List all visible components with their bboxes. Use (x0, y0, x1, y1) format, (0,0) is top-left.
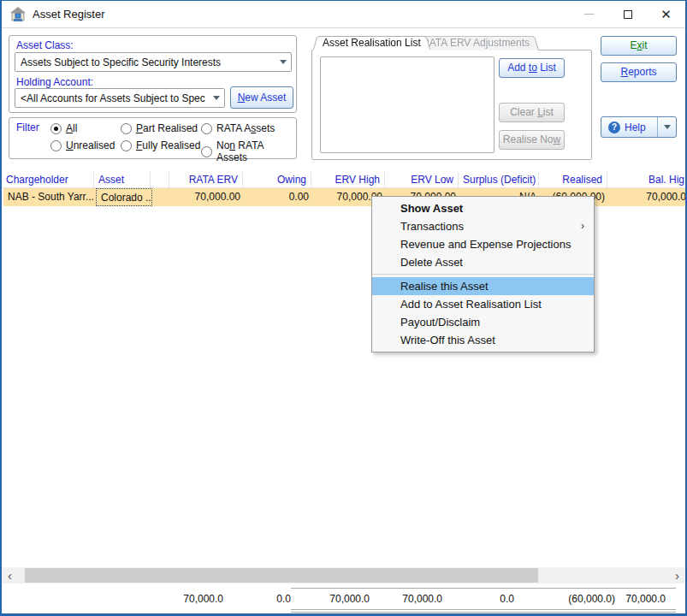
chevron-down-icon (275, 54, 290, 70)
horizontal-scrollbar[interactable]: ‹ › (2, 567, 685, 583)
col-erv-low[interactable]: ERV Low (385, 172, 459, 187)
totals-row: 70,000.0 0.0 70,000.0 70,000.0 0.0 (60,0… (2, 588, 687, 615)
menu-item-show-asset[interactable]: Show Asset (372, 199, 594, 217)
clear-list-button: Clear List (499, 103, 565, 122)
menu-item-revenue-expense-projections[interactable]: Revenue and Expense Projections (372, 235, 594, 253)
menu-item-transactions[interactable]: Transactions› (372, 217, 594, 235)
help-label: Help (625, 121, 646, 133)
col-erv-high[interactable]: ERV High (311, 172, 385, 187)
menu-separator (372, 274, 594, 275)
radio-part-realised[interactable]: Part Realised (121, 122, 198, 134)
titlebar: Asset Register ✕ (2, 1, 685, 28)
cell-rata-erv[interactable]: 70,000.00 (171, 188, 245, 206)
app-home-icon (10, 7, 26, 21)
maximize-icon (624, 10, 632, 19)
close-icon: ✕ (660, 8, 672, 21)
radio-fully-realised[interactable]: Fully Realised (121, 139, 200, 151)
filter-groupbox: Filter All Unrealised Part Realised Full… (9, 117, 297, 159)
radio-fully-realised-label: Fully Realised (136, 139, 200, 151)
asset-realisation-panel: Add to List Clear List Realise Now (311, 50, 592, 160)
radio-non-rata-assets-label: Non RATA Assets (216, 139, 296, 163)
asset-class-groupbox: Asset Class: Assets Subject to Specific … (9, 35, 297, 113)
col-surplus-deficit[interactable]: Surplus (Deficit) (459, 172, 539, 187)
menu-item-label: Transactions (400, 220, 464, 233)
grid-header: Chargeholder Asset RATA ERV Owing ERV Hi… (2, 172, 687, 188)
chevron-down-icon (209, 90, 223, 106)
asset-class-value: Assets Subject to Specific Security Inte… (21, 56, 272, 68)
cell-blank[interactable] (152, 188, 171, 206)
radio-non-rata-assets[interactable]: Non RATA Assets (201, 139, 296, 163)
submenu-arrow-icon: › (581, 217, 584, 235)
menu-item-add-to-asset-realisation-list[interactable]: Add to Asset Realisation List (372, 295, 594, 313)
close-button[interactable]: ✕ (647, 1, 685, 27)
help-button-main[interactable]: ? Help (601, 117, 657, 137)
new-asset-button[interactable]: New Asset (230, 86, 293, 109)
col-bal-high[interactable]: Bal. Hig (607, 172, 687, 187)
context-menu: Show Asset Transactions› Revenue and Exp… (371, 196, 595, 352)
total-bal-high: 70,000.0 (625, 593, 666, 605)
radio-circle-icon (50, 140, 62, 151)
radio-circle-icon (121, 140, 132, 151)
total-erv-low: 70,000.0 (402, 593, 442, 605)
filter-label: Filter (16, 121, 39, 133)
menu-item-write-off-this-asset[interactable]: Write-Off this Asset (372, 331, 594, 349)
totals-bottom-rule-1 (291, 609, 676, 610)
radio-all-label: All (66, 122, 77, 134)
radio-all[interactable]: All (50, 122, 77, 134)
cell-asset[interactable]: Colorado ... (96, 188, 152, 206)
cell-chargeholder[interactable]: NAB - South Yarr... (3, 188, 96, 206)
tab-rata-erv-adjustments[interactable]: RATA ERV Adjustments (412, 35, 539, 50)
scrollbar-thumb[interactable] (25, 568, 538, 583)
col-blank[interactable] (151, 172, 169, 187)
holding-account-label: Holding Account: (16, 76, 93, 88)
menu-item-delete-asset[interactable]: Delete Asset (372, 253, 594, 271)
scroll-right-icon[interactable]: › (669, 567, 685, 583)
realise-now-button: Realise Now (499, 130, 565, 150)
col-asset[interactable]: Asset (94, 172, 151, 187)
totals-top-rule (291, 588, 676, 589)
radio-circle-icon (201, 146, 212, 157)
col-owing[interactable]: Owing (243, 172, 311, 187)
asset-class-combo[interactable]: Assets Subject to Specific Security Inte… (15, 52, 292, 72)
cell-bal-high[interactable]: 70,000.0 (609, 188, 687, 206)
scroll-left-icon[interactable]: ‹ (2, 567, 18, 583)
tab-label: RATA ERV Adjustments (412, 35, 539, 49)
help-question-icon: ? (608, 121, 620, 133)
total-surplus: 0.0 (500, 593, 514, 605)
exit-button[interactable]: Exit (601, 36, 677, 56)
col-chargeholder[interactable]: Chargeholder (2, 172, 94, 187)
radio-unrealised-label: Unrealised (66, 139, 115, 151)
total-rata-erv: 70,000.0 (183, 593, 223, 605)
col-realised[interactable]: Realised (539, 172, 607, 187)
radio-part-realised-label: Part Realised (136, 122, 198, 134)
menu-item-payout-disclaim[interactable]: Payout/Disclaim (372, 313, 594, 331)
holding-account-value: <All Accounts for Assets Subject to Spec… (21, 92, 205, 104)
tab-asset-realisation-list[interactable]: Asset Realisation List (313, 35, 430, 51)
minimize-icon (584, 14, 594, 15)
radio-rata-assets[interactable]: RATA Assets (201, 122, 275, 134)
total-realised: (60,000.0) (568, 593, 615, 605)
add-to-list-button[interactable]: Add to List (499, 58, 565, 78)
minimize-button[interactable] (570, 1, 608, 27)
asset-class-label: Asset Class: (16, 39, 74, 51)
totals-bottom-rule-2 (291, 612, 676, 613)
col-rata-erv[interactable]: RATA ERV (169, 172, 243, 187)
holding-account-combo[interactable]: <All Accounts for Assets Subject to Spec… (15, 88, 225, 108)
menu-item-realise-this-asset[interactable]: Realise this Asset (372, 277, 594, 295)
window-title: Asset Register (33, 8, 105, 21)
reports-button[interactable]: Reports (601, 62, 677, 82)
help-dropdown-button[interactable] (657, 117, 676, 137)
radio-rata-assets-label: RATA Assets (216, 122, 275, 134)
asset-register-window: Asset Register ✕ Asset Class: Assets Sub… (0, 0, 687, 616)
chevron-down-icon (664, 125, 671, 129)
radio-circle-icon (121, 123, 132, 134)
tab-label: Asset Realisation List (313, 35, 430, 49)
radio-unrealised[interactable]: Unrealised (50, 139, 115, 151)
maximize-button[interactable] (608, 1, 647, 27)
cell-owing[interactable]: 0.00 (245, 188, 313, 206)
help-button[interactable]: ? Help (601, 116, 677, 138)
total-erv-high: 70,000.0 (329, 593, 370, 605)
radio-circle-icon (201, 123, 212, 134)
total-owing: 0.0 (276, 593, 291, 605)
realisation-listbox[interactable] (320, 56, 495, 153)
